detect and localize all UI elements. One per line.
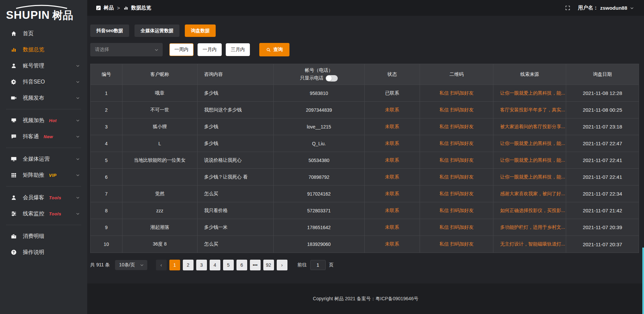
cell-source: 如何正确选择投影仪，买投影...: [493, 202, 566, 219]
sidebar-item-label: 线索监控: [23, 210, 44, 217]
tab-media-ops-data[interactable]: 全媒体运营数据: [135, 24, 179, 37]
column-header: 咨询内容: [198, 64, 274, 85]
lead-source-link[interactable]: 无主灯设计，智能磁吸轨道灯...: [500, 241, 565, 247]
cell-source: 无主灯设计，智能磁吸轨道灯...: [493, 236, 566, 253]
lead-source-link[interactable]: 客厅安装投影半年多了，真实...: [500, 107, 565, 113]
lead-source-link[interactable]: 感谢大家喜欢我家，被问了好...: [500, 191, 565, 197]
chart-icon: [11, 46, 17, 53]
cell-date: 2021-11-07 20:39: [566, 219, 639, 236]
cell-nickname: zzz: [122, 202, 198, 219]
range-button-three-month[interactable]: 三月内: [226, 43, 250, 56]
qr-friend-link[interactable]: 私信 扫码加好友: [439, 191, 474, 197]
sidebar-item-label: 矩阵助推: [23, 172, 44, 179]
lead-source-link[interactable]: 让你一眼就爱上的黑科技，能...: [500, 157, 565, 163]
cell-status: 未联系: [365, 118, 420, 135]
more-pages-button[interactable]: •••: [250, 260, 261, 270]
page-button-3[interactable]: 3: [196, 260, 207, 270]
lead-source-link[interactable]: 让你一眼就爱上的黑科技，能...: [500, 90, 565, 96]
page-button-2[interactable]: 2: [183, 260, 194, 270]
cell-content: 多少钱: [198, 118, 274, 135]
table-row: 1哦章多少钱9583810已联系私信 扫码加好友让你一眼就爱上的黑科技，能...…: [91, 85, 639, 102]
cell-source: 让你一眼就爱上的黑科技，能...: [493, 85, 566, 102]
qr-friend-link[interactable]: 私信 扫码加好友: [439, 208, 474, 214]
chevron-down-icon: [76, 118, 80, 122]
chevron-down-icon: [76, 157, 80, 161]
cell-date: 2021-11-07 22:47: [566, 135, 639, 152]
brand-logo[interactable]: SHUPIN 树品: [0, 3, 87, 22]
tab-douyin-seo-data[interactable]: 抖音seo数据: [90, 24, 129, 37]
sidebar-item-video-heat[interactable]: 视频加热Hot: [0, 112, 87, 128]
cell-account: 917024162: [274, 186, 365, 202]
status-badge: 未联系: [385, 191, 399, 197]
lead-source-link[interactable]: 如何正确选择投影仪，买投影...: [500, 208, 565, 214]
page-size-select[interactable]: 10条/页: [115, 260, 147, 270]
page-button-92[interactable]: 92: [263, 260, 274, 270]
sidebar-item-account-manage[interactable]: 账号管理: [0, 58, 87, 74]
range-button-one-week[interactable]: 一周内: [169, 43, 194, 56]
sidebar-divider: [6, 148, 81, 148]
user-menu[interactable]: 用户名： zswodun88: [578, 5, 634, 11]
filter-select[interactable]: 请选择: [90, 43, 163, 56]
page-button-6[interactable]: 6: [236, 260, 247, 270]
page-button-4[interactable]: 4: [210, 260, 220, 270]
app-window: SHUPIN 树品 首页数据总览账号管理抖音SEO视频发布视频加热Hot抖客通N…: [0, 0, 644, 314]
table-row: 4L多少钱Q_Liu.未联系私信 扫码加好友让你一眼就爱上的黑科技，能...20…: [91, 135, 639, 152]
table-body: 1哦章多少钱9583810已联系私信 扫码加好友让你一眼就爱上的黑科技，能...…: [91, 85, 639, 253]
sidebar-item-media-operation[interactable]: 全媒体运营: [0, 151, 87, 167]
next-page-button[interactable]: ›: [277, 260, 287, 270]
cell-content: 多少钱一米: [198, 219, 274, 236]
sidebar-item-label: 全媒体运营: [23, 156, 50, 163]
total-count: 共 911 条: [90, 262, 110, 268]
qr-friend-link[interactable]: 私信 扫码加好友: [439, 224, 474, 230]
goto-page-input[interactable]: [310, 260, 326, 270]
range-button-one-month[interactable]: 一月内: [198, 43, 222, 56]
goto-page: 前往 页: [298, 260, 334, 270]
page-button-1[interactable]: 1: [169, 260, 180, 270]
sidebar-item-member-baoke[interactable]: 会员爆客Tools: [0, 190, 87, 206]
cell-nickname: 潮起潮落: [122, 219, 198, 236]
cell-content: 说说价格让我死心: [198, 152, 274, 169]
lead-source-link[interactable]: 让你一眼就爱上的黑科技，能...: [500, 174, 565, 180]
sidebar-item-home[interactable]: 首页: [0, 25, 87, 42]
breadcrumb-root[interactable]: 树品: [104, 5, 114, 11]
fullscreen-icon[interactable]: [565, 5, 571, 11]
cell-no: 1: [91, 85, 122, 102]
sidebar-item-help[interactable]: 操作说明: [0, 244, 87, 260]
page-button-5[interactable]: 5: [223, 260, 234, 270]
tab-inquiry-data[interactable]: 询盘数据: [185, 24, 216, 37]
scrollbar-thumb[interactable]: [642, 248, 644, 314]
gear-icon: [11, 78, 17, 85]
sidebar-item-douketong[interactable]: 抖客通New: [0, 128, 87, 145]
status-badge: 未联系: [385, 224, 399, 230]
cell-qr: 私信 扫码加好友: [420, 169, 493, 186]
cell-nickname: 当地比较能吃的一位美女: [122, 152, 198, 169]
sidebar-item-lead-monitor[interactable]: 线索监控Tools: [0, 206, 87, 222]
prev-page-button[interactable]: ‹: [156, 260, 167, 270]
qr-friend-link[interactable]: 私信 扫码加好友: [439, 157, 474, 163]
qr-friend-link[interactable]: 私信 扫码加好友: [439, 241, 474, 247]
sidebar-item-video-publish[interactable]: 视频发布: [0, 90, 87, 106]
qr-friend-link[interactable]: 私信 扫码加好友: [439, 90, 474, 96]
qr-friend-link[interactable]: 私信 扫码加好友: [439, 124, 474, 130]
cell-source: 让你一眼就爱上的黑科技，能...: [493, 152, 566, 169]
query-button[interactable]: 查询: [259, 43, 289, 56]
column-header-label: 帐号（电话）: [305, 67, 333, 73]
lead-source-link[interactable]: 让你一眼就爱上的黑科技，能...: [500, 141, 565, 147]
status-badge: 未联系: [385, 107, 399, 113]
cell-account: 70898792: [274, 169, 365, 186]
sidebar-item-data-overview[interactable]: 数据总览: [0, 42, 87, 58]
qr-friend-link[interactable]: 私信 扫码加好友: [439, 107, 474, 113]
sidebar-badge: Tools: [49, 211, 61, 216]
lead-source-link[interactable]: 多功能护栏灯，适用于乡村文...: [500, 224, 565, 230]
cell-account: love__1215: [274, 118, 365, 135]
column-header: 客户昵称: [122, 64, 198, 85]
sidebar-item-spend-detail[interactable]: 消费明细: [0, 228, 87, 244]
sidebar-item-douyin-seo[interactable]: 抖音SEO: [0, 74, 87, 90]
brand-logo-graphic: SHUPIN 树品: [6, 5, 77, 21]
qr-friend-link[interactable]: 私信 扫码加好友: [439, 141, 474, 147]
qr-friend-link[interactable]: 私信 扫码加好友: [439, 174, 474, 180]
lead-source-link[interactable]: 被大家追着问的客厅投影分享...: [500, 124, 565, 130]
chevron-down-icon: [76, 135, 80, 139]
phone-only-toggle[interactable]: [326, 75, 338, 82]
sidebar-item-matrix-boost[interactable]: 矩阵助推VIP: [0, 167, 87, 183]
